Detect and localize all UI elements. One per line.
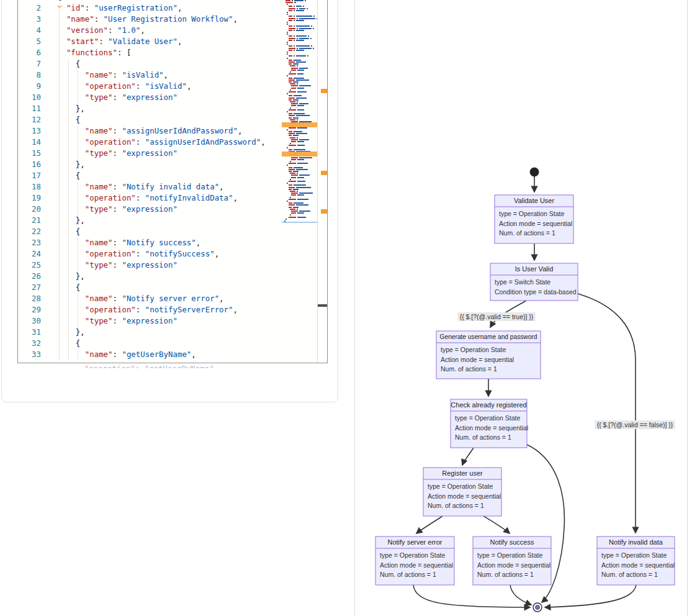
code-token: , [196, 238, 200, 247]
code-token: "name" [85, 350, 113, 359]
code-token: "operation" [85, 193, 136, 202]
indent-guide [59, 238, 60, 249]
code-line[interactable]: "type": "expression" [85, 204, 177, 215]
code-line[interactable]: "name": "User Registration Workflow", [66, 14, 238, 25]
minimap-row [287, 93, 317, 94]
code-line[interactable]: { [76, 338, 80, 350]
line-number: 27 [18, 283, 41, 294]
code-line[interactable]: }, [76, 160, 85, 171]
code-line[interactable]: "operation": "notifyInvalidData", [85, 193, 238, 204]
indent-guide [59, 70, 60, 81]
code-token: "expression" [122, 260, 177, 270]
code-line[interactable]: "operation": "assignUserIdAndPassword", [85, 137, 266, 148]
minimap-row [289, 78, 317, 79]
minimap-row [287, 53, 317, 55]
code-editor[interactable]: 1234567891011121314151617181920212223242… [17, 0, 328, 363]
code-token: { [76, 115, 80, 124]
indent-guide [78, 126, 78, 137]
code-line[interactable]: "operation": "notifySuccess", [85, 249, 219, 260]
code-line[interactable]: "type": "expression" [85, 148, 177, 160]
line-number: 33 [18, 350, 41, 361]
line-number: 11 [18, 104, 41, 115]
line-number: 25 [18, 260, 41, 271]
minimap-row [291, 192, 317, 194]
code-token: "1.0" [117, 25, 140, 35]
indent-guide [68, 115, 69, 126]
scrollbar-mark[interactable] [318, 304, 328, 307]
minimap-row [289, 202, 317, 204]
overview-ruler[interactable] [317, 0, 328, 363]
code-token: }, [76, 271, 85, 281]
line-number: 18 [18, 182, 41, 193]
minimap-row [287, 147, 317, 148]
line-number: 10 [18, 93, 41, 104]
minimap-row [290, 179, 317, 180]
code-line[interactable]: "name": "assignUserIdAndPassword", [85, 126, 243, 137]
minimap-row [291, 105, 317, 106]
code-token: : [135, 364, 145, 368]
code-line[interactable]: "name": "Notify success", [85, 238, 201, 249]
code-line[interactable]: }, [76, 104, 85, 115]
minimap-row [289, 61, 317, 63]
code-line[interactable]: "type": "expression" [85, 260, 177, 271]
code-line[interactable]: "functions": [ [66, 48, 131, 59]
minimap-row [289, 10, 317, 11]
indent-guide [59, 260, 60, 271]
code-token: "name" [85, 294, 113, 303]
code-line[interactable]: "id": "userRegistration", [66, 3, 182, 14]
code-token: , [214, 364, 218, 368]
minimap-row [289, 167, 317, 168]
code-line[interactable]: { [76, 283, 80, 294]
code-line[interactable]: { [76, 171, 80, 182]
editor-card: 1234567891011121314151617181920212223242… [1, 0, 338, 402]
minimap-row [290, 209, 317, 210]
code-token: "version" [66, 25, 108, 35]
minimap-row [287, 43, 317, 45]
code-line[interactable]: "name": "isValid", [85, 70, 168, 81]
minimap[interactable] [282, 0, 317, 363]
minimap-row [289, 35, 317, 37]
code-line[interactable]: "name": "getUserByName", [85, 350, 196, 361]
code-line[interactable]: "operation": "notifyServerError", [85, 305, 238, 316]
code-line[interactable]: { [76, 115, 80, 126]
code-line[interactable]: { [76, 59, 80, 70]
minimap-row [289, 73, 317, 75]
code-line[interactable]: }, [76, 327, 85, 338]
indent-guide [78, 182, 78, 193]
code-token: "functions" [66, 48, 117, 57]
indent-guide [78, 260, 78, 271]
indent-guide [68, 70, 69, 81]
code-line[interactable]: "name": "Notify invalid data", [85, 182, 224, 193]
indent-guide [68, 260, 69, 271]
code-token: "notifyInvalidData" [145, 193, 233, 202]
line-number: 16 [18, 160, 41, 171]
code-token: : [136, 249, 145, 258]
minimap-row [290, 191, 317, 192]
code-line[interactable]: "type": "expression" [85, 316, 177, 327]
code-line[interactable]: "operation": "isValid", [85, 81, 192, 93]
code-token: : [113, 93, 122, 102]
code-token: "type" [85, 93, 113, 102]
code-line[interactable]: { [76, 227, 80, 238]
minimap-row [285, 0, 317, 1]
code-token: , [219, 294, 223, 303]
indent-guide [68, 249, 69, 260]
code-token: , [164, 70, 168, 79]
code-line[interactable]: "name": "Notify server error", [85, 294, 224, 305]
code-token: : [113, 316, 122, 325]
code-token: "isValid" [122, 70, 163, 79]
code-token: : [99, 37, 108, 46]
minimap-row [285, 219, 317, 220]
code-line[interactable]: }, [76, 215, 85, 227]
minimap-row [289, 48, 317, 49]
minimap-row [287, 12, 317, 13]
code-content[interactable]: {"id": "userRegistration","name": "User … [57, 0, 282, 363]
code-line[interactable]: "start": "Validate User", [66, 37, 182, 48]
code-line[interactable]: }, [76, 271, 85, 283]
indent-guide [59, 160, 60, 171]
line-number: 32 [18, 338, 41, 350]
code-line[interactable]: "version": "1.0", [66, 25, 145, 37]
minimap-row [289, 113, 317, 114]
minimap-row [289, 131, 317, 132]
code-line[interactable]: "type": "expression" [85, 93, 177, 104]
